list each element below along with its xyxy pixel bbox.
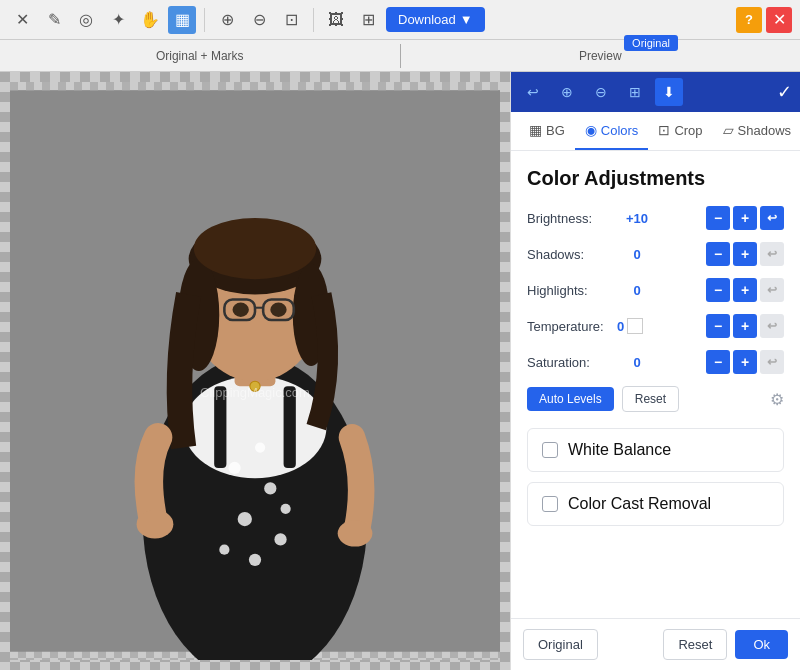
temperature-row: Temperature: 0 − + ↩	[527, 314, 784, 338]
zoom-out-icon[interactable]: ⊖	[245, 6, 273, 34]
bottom-ok-button[interactable]: Ok	[735, 630, 788, 659]
svg-point-18	[238, 512, 252, 526]
section-title: Color Adjustments	[527, 167, 784, 190]
svg-point-17	[264, 482, 276, 494]
action-row: Auto Levels Reset ⚙	[527, 386, 784, 412]
highlights-value: 0	[617, 283, 657, 298]
tab-shadows-label: Shadows	[738, 123, 791, 138]
svg-point-26	[338, 520, 373, 547]
divider-2	[313, 8, 314, 32]
svg-point-22	[281, 504, 291, 514]
preview-label: Preview	[401, 49, 801, 63]
temperature-reset-btn[interactable]: ↩	[760, 314, 784, 338]
temperature-swatch	[627, 318, 643, 334]
white-balance-checkbox[interactable]	[542, 442, 558, 458]
bottom-original-button[interactable]: Original	[523, 629, 598, 660]
shadows-minus-btn[interactable]: −	[706, 242, 730, 266]
shadows-value: 0	[617, 247, 657, 262]
download-button[interactable]: Download ▼	[386, 7, 485, 32]
saturation-label: Saturation:	[527, 355, 617, 370]
color-cast-checkbox[interactable]	[542, 496, 558, 512]
auto-levels-button[interactable]: Auto Levels	[527, 387, 614, 411]
second-bar: Original + Marks Preview Original	[0, 40, 800, 72]
tab-colors[interactable]: ◉ Colors	[575, 112, 649, 150]
highlights-reset-btn[interactable]: ↩	[760, 278, 784, 302]
main-area: ClippingMagic.com ↩ ⊕ ⊖ ⊞ ⬇ ✓ ▦ BG ◉ Col…	[0, 72, 800, 670]
fit-icon[interactable]: ⊡	[277, 6, 305, 34]
undo-icon[interactable]: ↩	[519, 78, 547, 106]
saturation-plus-btn[interactable]: +	[733, 350, 757, 374]
temperature-plus-btn[interactable]: +	[733, 314, 757, 338]
tab-shadows[interactable]: ▱ Shadows	[713, 112, 800, 150]
subject-image	[10, 82, 500, 660]
tab-colors-label: Colors	[601, 123, 639, 138]
white-balance-title: White Balance	[568, 441, 671, 459]
saturation-row: Saturation: 0 − + ↩	[527, 350, 784, 374]
panel-zoom-out-icon[interactable]: ⊖	[587, 78, 615, 106]
temperature-value: 0	[617, 318, 657, 334]
bottom-reset-button[interactable]: Reset	[663, 629, 727, 660]
saturation-reset-btn[interactable]: ↩	[760, 350, 784, 374]
eraser-icon[interactable]: ◎	[72, 6, 100, 34]
marker-icon[interactable]: ✦	[104, 6, 132, 34]
gear-icon[interactable]: ⚙	[770, 390, 784, 409]
close-icon[interactable]: ✕	[8, 6, 36, 34]
bg-tab-icon: ▦	[529, 122, 542, 138]
brightness-plus-btn[interactable]: +	[733, 206, 757, 230]
image-icon[interactable]: 🖼	[322, 6, 350, 34]
tab-crop[interactable]: ⊡ Crop	[648, 112, 712, 150]
shadows-reset-btn[interactable]: ↩	[760, 242, 784, 266]
svg-point-16	[228, 462, 240, 474]
colors-tab-icon: ◉	[585, 122, 597, 138]
main-toolbar: ✕ ✎ ◎ ✦ ✋ ▦ ⊕ ⊖ ⊡ 🖼 ⊞ Download ▼ ? ✕	[0, 0, 800, 40]
svg-point-23	[255, 442, 265, 452]
bottom-bar: Original Reset Ok	[511, 618, 800, 670]
select-icon[interactable]: ▦	[168, 6, 196, 34]
image-container: ClippingMagic.com	[10, 82, 500, 660]
brightness-minus-btn[interactable]: −	[706, 206, 730, 230]
shadows-controls: − + ↩	[706, 242, 784, 266]
svg-point-20	[249, 554, 261, 566]
highlights-row: Highlights: 0 − + ↩	[527, 278, 784, 302]
help-button[interactable]: ?	[736, 7, 762, 33]
svg-point-21	[219, 545, 229, 555]
download-arrow-icon: ▼	[460, 12, 473, 27]
original-badge[interactable]: Original	[624, 35, 678, 51]
temperature-label: Temperature:	[527, 319, 617, 334]
shadows-row: Shadows: 0 − + ↩	[527, 242, 784, 266]
svg-point-24	[250, 381, 260, 391]
window-close-button[interactable]: ✕	[766, 7, 792, 33]
grid-icon[interactable]: ⊞	[354, 6, 382, 34]
svg-point-8	[194, 218, 317, 279]
panel-grid-icon[interactable]: ⊞	[621, 78, 649, 106]
shadows-plus-btn[interactable]: +	[733, 242, 757, 266]
reset-button[interactable]: Reset	[622, 386, 679, 412]
saturation-value: 0	[617, 355, 657, 370]
temperature-minus-btn[interactable]: −	[706, 314, 730, 338]
highlights-plus-btn[interactable]: +	[733, 278, 757, 302]
svg-point-13	[270, 303, 286, 317]
pencil-icon[interactable]: ✎	[40, 6, 68, 34]
crop-tab-icon: ⊡	[658, 122, 670, 138]
highlights-label: Highlights:	[527, 283, 617, 298]
panel-zoom-in-icon[interactable]: ⊕	[553, 78, 581, 106]
hand-icon[interactable]: ✋	[136, 6, 164, 34]
divider-1	[204, 8, 205, 32]
saturation-minus-btn[interactable]: −	[706, 350, 730, 374]
canvas-area[interactable]: ClippingMagic.com	[0, 72, 510, 670]
highlights-controls: − + ↩	[706, 278, 784, 302]
highlights-minus-btn[interactable]: −	[706, 278, 730, 302]
tab-bg[interactable]: ▦ BG	[519, 112, 575, 150]
panel-check-icon[interactable]: ✓	[777, 81, 792, 103]
svg-point-12	[233, 303, 249, 317]
color-cast-header[interactable]: Color Cast Removal	[528, 483, 783, 525]
zoom-in-icon[interactable]: ⊕	[213, 6, 241, 34]
panel-download-icon[interactable]: ⬇	[655, 78, 683, 106]
color-cast-title: Color Cast Removal	[568, 495, 711, 513]
brightness-reset-btn[interactable]: ↩	[760, 206, 784, 230]
brightness-value: +10	[617, 211, 657, 226]
color-cast-section: Color Cast Removal	[527, 482, 784, 526]
panel-toolbar: ↩ ⊕ ⊖ ⊞ ⬇ ✓	[511, 72, 800, 112]
white-balance-header[interactable]: White Balance	[528, 429, 783, 471]
svg-point-25	[137, 510, 174, 539]
